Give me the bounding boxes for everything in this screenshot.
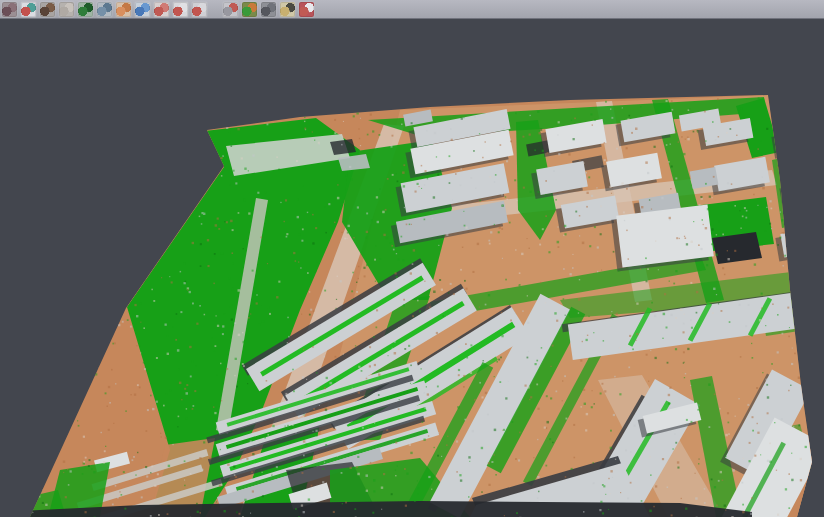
layers-icon[interactable] (299, 2, 314, 17)
ortho-view-icon[interactable] (116, 2, 131, 17)
bldg-edge-1 (776, 125, 823, 154)
target-point-icon[interactable] (173, 2, 188, 17)
profile-view-icon[interactable] (97, 2, 112, 17)
application-window (0, 0, 824, 517)
points-display-icon[interactable] (59, 2, 74, 17)
grid-tool-icon[interactable] (223, 2, 238, 17)
bldg-edge-1-shadow (771, 129, 818, 158)
bldg-square-big (616, 205, 714, 268)
viewport-3d[interactable] (0, 19, 824, 517)
bldg-edge-3 (780, 226, 824, 257)
terrain-model-icon[interactable] (40, 2, 55, 17)
measure-tool-icon[interactable] (280, 2, 295, 17)
terrain-layers (0, 95, 824, 517)
bldg-edge-2 (784, 178, 824, 207)
color-map-icon[interactable] (242, 2, 257, 17)
toolbar (0, 0, 824, 19)
globe-view-icon[interactable] (135, 2, 150, 17)
surface-model-icon[interactable] (78, 2, 93, 17)
sphere-render-icon[interactable] (261, 2, 276, 17)
bldg-edge-2-shadow (779, 182, 822, 211)
fit-selection-icon[interactable] (192, 2, 207, 17)
point-cloud-render (0, 19, 824, 517)
open-project-icon[interactable] (2, 2, 17, 17)
classified-points-icon[interactable] (21, 2, 36, 17)
classification-list-icon[interactable] (154, 2, 169, 17)
